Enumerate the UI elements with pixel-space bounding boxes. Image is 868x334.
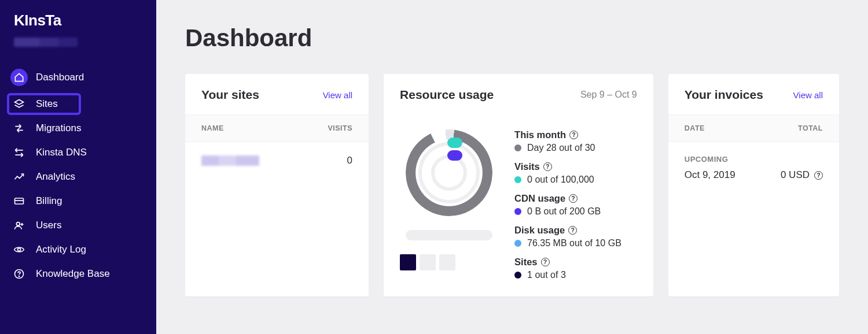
analytics-icon: [13, 170, 25, 183]
resource-card-title: Resource usage: [400, 88, 494, 102]
invoices-table-header: DATE TOTAL: [668, 115, 839, 142]
stat-title-text: CDN usage: [514, 193, 565, 204]
stat-this-month: This month? Day 28 out of 30: [514, 129, 637, 153]
sidebar-item-label: Users: [36, 220, 61, 231]
svg-point-1: [16, 222, 20, 226]
sidebar-item-users[interactable]: Users: [0, 213, 156, 237]
sites-usage-squares: [400, 254, 455, 270]
sidebar-item-label: Knowledge Base: [36, 268, 110, 280]
dot-icon: [514, 208, 521, 215]
brand-logo: KInsTa: [0, 12, 156, 34]
svg-point-2: [18, 248, 21, 251]
usage-gauge-chart: [406, 129, 492, 216]
invoices-card: Your invoices View all DATE TOTAL UPCOMI…: [668, 74, 839, 296]
sites-view-all-link[interactable]: View all: [323, 90, 352, 100]
dot-icon: [514, 272, 521, 279]
page-title: Dashboard: [185, 24, 839, 52]
resource-card: Resource usage Sep 9 – Oct 9: [384, 74, 653, 296]
col-date: DATE: [685, 124, 705, 132]
col-total: TOTAL: [798, 124, 823, 132]
invoice-date: Oct 9, 2019: [685, 169, 735, 181]
gauge-marker-cdn: [447, 150, 462, 161]
help-icon[interactable]: ?: [543, 162, 552, 171]
stat-title-text: Visits: [514, 161, 540, 172]
help-icon[interactable]: ?: [569, 131, 578, 139]
sidebar-item-billing[interactable]: Billing: [0, 189, 156, 213]
site-row[interactable]: 0: [185, 142, 369, 179]
stat-value: 0 out of 100,000: [527, 175, 594, 185]
sidebar-item-label: Activity Log: [36, 244, 86, 255]
sidebar-item-label: Migrations: [36, 123, 81, 134]
sidebar-item-kinsta-dns[interactable]: Kinsta DNS: [0, 140, 156, 165]
sites-table-header: NAME VISITS: [185, 115, 369, 142]
stat-value: 1 out of 3: [527, 270, 566, 280]
sidebar-item-dashboard[interactable]: Dashboard: [0, 63, 156, 92]
eye-icon: [13, 243, 25, 256]
sidebar-item-analytics[interactable]: Analytics: [0, 165, 156, 189]
dns-icon: [13, 146, 25, 159]
help-icon[interactable]: ?: [541, 258, 550, 266]
svg-point-4: [19, 276, 20, 277]
resource-date-range: Sep 9 – Oct 9: [580, 90, 637, 100]
invoice-row[interactable]: Oct 9, 2019 0 USD ?: [685, 169, 823, 181]
sidebar-item-label: Kinsta DNS: [36, 147, 87, 158]
dot-icon: [514, 176, 521, 183]
site-name-redacted: [201, 155, 259, 166]
invoices-card-title: Your invoices: [685, 88, 763, 102]
stat-cdn: CDN usage? 0 B out of 200 GB: [514, 193, 637, 217]
main-content: Dashboard Your sites View all NAME VISIT…: [156, 0, 868, 334]
billing-icon: [13, 195, 25, 207]
stat-title-text: Sites: [514, 257, 537, 268]
help-icon[interactable]: ?: [814, 171, 823, 180]
upcoming-label: UPCOMING: [685, 155, 823, 164]
sidebar-item-migrations[interactable]: Migrations: [0, 116, 156, 140]
migrations-icon: [13, 122, 25, 135]
stat-sites: Sites? 1 out of 3: [514, 257, 637, 280]
col-visits: VISITS: [328, 124, 352, 132]
home-icon: [10, 69, 28, 86]
sites-card: Your sites View all NAME VISITS 0: [185, 74, 369, 296]
sidebar-item-label: Analytics: [36, 171, 75, 183]
sidebar-item-knowledge-base[interactable]: Knowledge Base: [0, 262, 156, 286]
layers-icon: [13, 98, 25, 110]
stat-value: 76.35 MB out of 10 GB: [527, 238, 621, 248]
sidebar-item-label: Dashboard: [36, 72, 84, 83]
users-icon: [13, 219, 25, 232]
invoice-total: 0 USD: [781, 169, 810, 181]
account-name-redacted: [14, 38, 78, 47]
dot-icon: [514, 144, 521, 151]
sites-card-title: Your sites: [201, 88, 259, 102]
help-icon[interactable]: ?: [568, 226, 577, 235]
stat-value: Day 28 out of 30: [527, 143, 595, 153]
sidebar-item-activity-log[interactable]: Activity Log: [0, 237, 156, 262]
stat-value: 0 B out of 200 GB: [527, 206, 601, 217]
stat-title-text: Disk usage: [514, 225, 565, 236]
cards-row: Your sites View all NAME VISITS 0 Resour…: [185, 74, 839, 296]
sidebar-item-label: Billing: [36, 195, 62, 207]
sidebar-item-label: Sites: [36, 98, 58, 110]
invoices-view-all-link[interactable]: View all: [793, 90, 823, 100]
gauge-marker-visits: [447, 138, 462, 148]
stat-visits: Visits? 0 out of 100,000: [514, 161, 637, 185]
dot-icon: [514, 240, 521, 247]
stat-title-text: This month: [514, 129, 566, 140]
help-icon[interactable]: ?: [569, 194, 578, 203]
stat-disk: Disk usage? 76.35 MB out of 10 GB: [514, 225, 637, 248]
sidebar: KInsTa Dashboard Sites Migrations Kinsta…: [0, 0, 156, 334]
site-visits-value: 0: [347, 155, 352, 166]
sidebar-item-sites[interactable]: Sites: [0, 92, 156, 116]
col-name: NAME: [201, 124, 224, 132]
help-icon: [13, 268, 25, 280]
sidebar-nav: Dashboard Sites Migrations Kinsta DNS An…: [0, 58, 156, 291]
disk-usage-bar: [406, 230, 492, 240]
